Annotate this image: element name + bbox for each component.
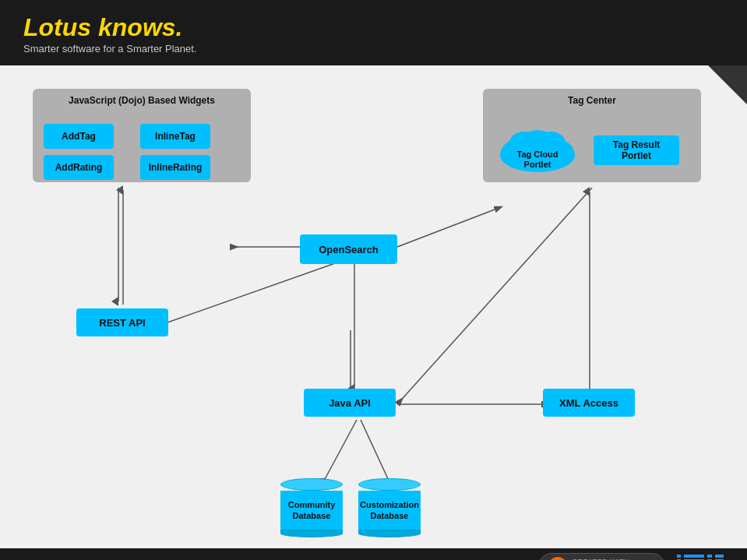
community-db-label: CommunityDatabase (288, 499, 336, 522)
customization-db: CustomizationDatabase (358, 478, 421, 537)
lotus-icon (548, 557, 567, 560)
lotus-badge: CREATED WITH LOTUS® SYMPHONY (538, 553, 665, 560)
addrating-box: AddRating (44, 155, 114, 180)
svg-text:Tag Cloud: Tag Cloud (517, 150, 558, 159)
lotus-badge-label: CREATED WITH LOTUS® SYMPHONY (572, 557, 655, 560)
app-subtitle: Smarter software for a Smarter Planet. (23, 43, 724, 55)
addtag-box: AddTag (44, 124, 114, 149)
svg-line-10 (397, 210, 495, 247)
svg-line-11 (167, 258, 351, 322)
cust-cylinder-body: CustomizationDatabase (358, 491, 421, 530)
java-api-box: Java API (304, 389, 396, 417)
svg-line-17 (323, 420, 357, 482)
corner-decoration (708, 65, 747, 104)
cust-cylinder-bottom (358, 530, 421, 537)
xml-access-box: XML Access (543, 389, 635, 417)
cust-cylinder-top (358, 478, 421, 491)
ibm-logo (677, 553, 724, 560)
tag-center-title: Tag Center (483, 95, 701, 106)
rest-api-box: REST API (76, 308, 168, 336)
footer-logo: CREATED WITH LOTUS® SYMPHONY (538, 553, 724, 560)
app-title: Lotus knows. (23, 14, 724, 41)
svg-line-14 (397, 188, 592, 404)
header: Lotus knows. Smarter software for a Smar… (0, 0, 747, 65)
inlinetag-box: InlineTag (140, 124, 210, 149)
cylinder-bottom (280, 530, 343, 537)
svg-text:Portlet: Portlet (524, 160, 551, 169)
svg-rect-32 (681, 555, 684, 560)
main-content: JavaScript (Dojo) Based Widgets AddTag I… (0, 65, 747, 548)
svg-rect-33 (704, 555, 707, 560)
svg-rect-34 (712, 555, 715, 560)
js-widgets-title: JavaScript (Dojo) Based Widgets (33, 95, 251, 106)
svg-line-18 (361, 420, 389, 482)
tag-result-portlet: Tag Result Portlet (594, 136, 679, 165)
cylinder-top (280, 478, 343, 491)
tag-cloud-portlet: Tag Cloud Portlet (491, 124, 584, 174)
footer: lotusknows.com CREATED WITH LOTUS® SYMPH… (0, 548, 747, 560)
customization-db-label: CustomizationDatabase (360, 499, 419, 522)
opensearch-box: OpenSearch (300, 234, 397, 264)
cylinder-body: CommunityDatabase (280, 491, 343, 530)
community-db: CommunityDatabase (280, 478, 343, 537)
inlinerating-box: InlineRating (140, 155, 210, 180)
